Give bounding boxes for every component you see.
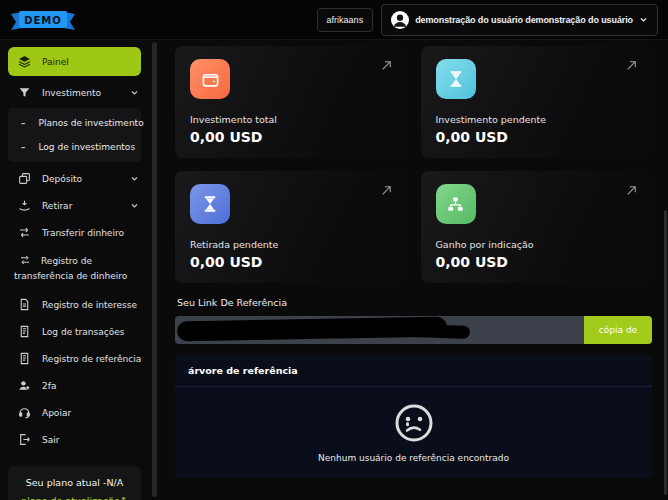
referral-tree-empty-message: Nenhum usuário de referência encontrado [318,453,509,463]
dash-icon: – [21,142,26,152]
arrow-up-right-icon[interactable] [380,184,393,197]
sidebar-item-log-de-transacoes[interactable]: Log de transações [0,318,149,345]
avatar [391,11,409,29]
card-value: 0,00 USD [436,254,638,270]
sidebar-item-label: Retirar [42,201,72,211]
card-label: Investimento pendente [436,114,638,125]
card-investimento-total[interactable]: Investimento total 0,00 USD [175,46,407,158]
sidebar-item-planos-de-investimento[interactable]: – Planos de investimento [8,111,141,135]
sidebar-item-registro-de-referencia[interactable]: Registro de referência [0,345,149,372]
investimento-submenu: – Planos de investimento – Log de invest… [8,108,141,162]
sidebar-item-sair[interactable]: Sair [0,426,149,453]
language-button[interactable]: afrikaans [317,8,374,32]
sidebar-scrollbar[interactable] [149,40,159,499]
card-investimento-pendente[interactable]: Investimento pendente 0,00 USD [421,46,653,158]
sidebar-item-label: Sair [42,435,59,445]
stat-cards-grid: Investimento total 0,00 USD Investimento… [175,46,652,283]
wallet-icon [190,59,230,99]
referral-tree-title: árvore de referência [175,355,652,387]
hourglass-icon [190,184,230,224]
sidebar-item-deposito[interactable]: Depósito [0,165,149,192]
user-icon [18,379,31,392]
sidebar-item-transferir-dinheiro[interactable]: Transferir dinheiro [0,219,149,246]
card-label: Investimento total [190,114,392,125]
card-label: Retirada pendente [190,239,392,250]
transfer-icon [18,253,31,266]
funnel-icon [18,86,31,99]
deposit-icon [18,172,31,185]
sidebar-item-label: Transferir dinheiro [42,228,124,238]
sidebar-scrollbar-thumb[interactable] [152,42,157,497]
logo-text: DEMO [24,14,62,25]
upgrade-plan-link[interactable]: plano de atualização↑ [16,495,133,500]
sidebar-item-label: Registro de referência [42,354,141,364]
arrow-up-right-icon[interactable] [625,184,638,197]
document-icon [18,298,31,311]
referral-link-row: cópia de [175,316,652,344]
sad-face-icon [393,402,435,444]
main-content: Investimento total 0,00 USD Investimento… [159,40,668,499]
sidebar-item-label: Planos de investimento [39,118,144,128]
sidebar-item-registro-de-transferencia[interactable]: Registro de transferência de dinheiro [0,246,149,291]
sidebar-item-label: Log de investimentos [39,142,136,152]
hourglass-icon [436,59,476,99]
sidebar-item-log-de-investimentos[interactable]: – Log de investimentos [8,135,141,159]
sidebar-item-label: 2fa [42,381,56,391]
sidebar: Painel Investimento – Planos de investim… [0,40,149,499]
sidebar-item-label: Painel [42,57,69,67]
demo-logo: DEMO [10,8,76,32]
withdraw-icon [18,199,31,212]
transfer-icon [18,226,31,239]
card-value: 0,00 USD [436,129,638,145]
chevron-down-icon [639,15,648,24]
chevron-down-icon [130,201,139,210]
card-ganho-por-indicacao[interactable]: Ganho por indicação 0,00 USD [421,171,653,283]
current-plan-label: Seu plano atual -N/A [16,477,133,488]
sidebar-item-registro-de-interesse[interactable]: Registro de interesse [0,291,149,318]
referral-tree-panel: árvore de referência Nenhum usuário de r… [175,355,652,478]
sitemap-icon [436,184,476,224]
sidebar-item-investimento[interactable]: Investimento [0,79,149,106]
card-value: 0,00 USD [190,129,392,145]
page-scrollbar-thumb[interactable] [664,210,667,495]
sidebar-item-painel[interactable]: Painel [8,47,141,76]
layers-icon [18,55,31,68]
sidebar-item-label: Depósito [42,174,82,184]
document-icon [18,352,31,365]
chevron-down-icon [130,88,139,97]
card-value: 0,00 USD [190,254,392,270]
dash-icon: – [21,118,26,128]
chevron-down-icon [130,174,139,183]
card-label: Ganho por indicação [436,239,638,250]
copy-referral-button[interactable]: cópia de [584,316,652,344]
user-name: demonstração do usuário demonstração do … [415,15,633,25]
user-menu-button[interactable]: demonstração do usuário demonstração do … [381,4,658,36]
document-icon [18,325,31,338]
sidebar-item-retirar[interactable]: Retirar [0,192,149,219]
topbar: DEMO afrikaans demonstração do usuário d… [0,0,668,40]
sidebar-item-2fa[interactable]: 2fa [0,372,149,399]
arrow-up-right-icon[interactable] [380,59,393,72]
current-plan-box: Seu plano atual -N/A plano de atualizaçã… [8,466,141,500]
referral-link-label: Seu Link De Referência [177,297,652,308]
sidebar-item-label: Registro de interesse [42,300,137,310]
card-retirada-pendente[interactable]: Retirada pendente 0,00 USD [175,171,407,283]
sidebar-item-label: Apoiar [42,408,71,418]
logout-icon [18,433,31,446]
sidebar-item-label: Investimento [42,88,101,98]
sidebar-item-apoiar[interactable]: Apoiar [0,399,149,426]
referral-link-input[interactable] [175,316,584,344]
sidebar-item-label: Log de transações [42,327,124,337]
arrow-up-right-icon[interactable] [625,59,638,72]
language-label: afrikaans [327,15,364,25]
headset-icon [18,406,31,419]
